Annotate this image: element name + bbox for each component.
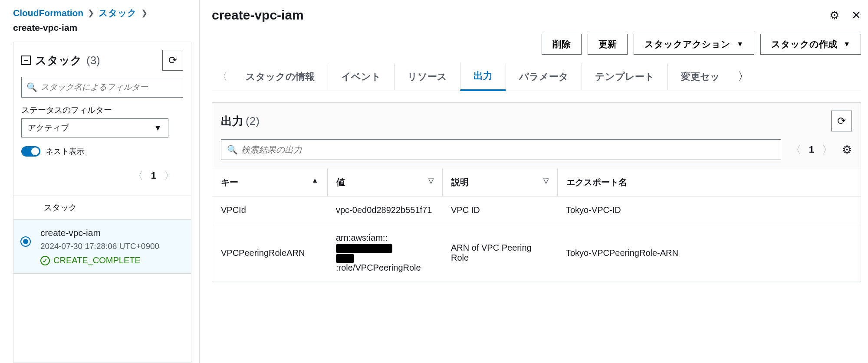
filter-icon: ▽ bbox=[428, 177, 434, 185]
pager-prev[interactable]: 〈 bbox=[791, 143, 801, 157]
tabs: 〈 スタックの情報 イベント リソース 出力 パラメータ テンプレート 変更セッ… bbox=[212, 62, 861, 91]
tab-events[interactable]: イベント bbox=[328, 63, 394, 90]
chevron-right-icon: ❯ bbox=[88, 8, 94, 18]
caret-down-icon: ▼ bbox=[154, 123, 162, 133]
main: create-vpc-iam ⚙ ✕ 削除 更新 スタックアクション▼ スタック… bbox=[200, 0, 868, 363]
col-value[interactable]: 値 ▽ bbox=[327, 169, 442, 196]
stacks-pager: 〈 1 〉 bbox=[21, 157, 183, 190]
tab-stack-info[interactable]: スタックの情報 bbox=[233, 63, 328, 90]
refresh-button[interactable]: ⟳ bbox=[162, 50, 183, 71]
cell-description: VPC ID bbox=[442, 196, 557, 224]
create-stack-button[interactable]: スタックの作成▼ bbox=[760, 34, 861, 55]
col-key[interactable]: キー ▲ bbox=[212, 169, 327, 196]
stack-search-input[interactable] bbox=[21, 77, 183, 98]
gear-icon[interactable]: ⚙ bbox=[842, 143, 852, 157]
table-row: VPCPeeringRoleARN arn:aws:iam:: :role/VP… bbox=[212, 224, 861, 282]
outputs-table: キー ▲ 値 ▽ 説明 ▽ エクスポート名 bbox=[212, 169, 861, 282]
cell-key: VPCPeeringRoleARN bbox=[212, 224, 327, 282]
cell-value: vpc-0ed0d28922b551f71 bbox=[327, 196, 442, 224]
refresh-icon: ⟳ bbox=[837, 115, 846, 127]
nested-toggle[interactable] bbox=[21, 146, 40, 157]
cell-description: ARN of VPC Peering Role bbox=[442, 224, 557, 282]
outputs-title: 出力 bbox=[221, 114, 243, 128]
col-export-name[interactable]: エクスポート名 bbox=[557, 169, 861, 196]
stack-status-text: CREATE_COMPLETE bbox=[53, 255, 141, 265]
breadcrumb-root[interactable]: CloudFormation bbox=[13, 8, 83, 18]
pager-next[interactable]: 〉 bbox=[164, 169, 174, 183]
redacted-block bbox=[336, 254, 354, 263]
stacks-panel: − スタック (3) ⟳ 🔍 ステータスのフィルター アクティブ ▼ bbox=[13, 42, 191, 363]
tab-change-sets[interactable]: 変更セッ bbox=[667, 63, 733, 90]
sidebar: CloudFormation ❯ スタック ❯ create-vpc-iam −… bbox=[0, 0, 200, 363]
redacted-block bbox=[336, 244, 392, 253]
stacks-list-header: スタック bbox=[13, 196, 191, 220]
gear-icon[interactable]: ⚙ bbox=[829, 9, 839, 22]
stack-item[interactable]: create-vpc-iam 2024-07-30 17:28:06 UTC+0… bbox=[13, 220, 191, 274]
status-filter-value: アクティブ bbox=[28, 122, 69, 134]
action-row: 削除 更新 スタックアクション▼ スタックの作成▼ bbox=[212, 23, 868, 62]
caret-down-icon: ▼ bbox=[736, 40, 743, 48]
breadcrumb-current: create-vpc-iam bbox=[13, 23, 191, 33]
status-filter-select[interactable]: アクティブ ▼ bbox=[21, 118, 168, 137]
cell-key: VPCId bbox=[212, 196, 327, 224]
table-row: VPCId vpc-0ed0d28922b551f71 VPC ID Tokyo… bbox=[212, 196, 861, 224]
page-title: create-vpc-iam bbox=[212, 8, 304, 23]
breadcrumb: CloudFormation ❯ スタック ❯ bbox=[13, 7, 191, 19]
stack-item-status: ✓ CREATE_COMPLETE bbox=[40, 255, 159, 265]
cell-export-name: Tokyo-VPCPeeringRole-ARN bbox=[557, 224, 861, 282]
tabs-scroll-right[interactable]: 〉 bbox=[733, 69, 754, 84]
outputs-panel: 出力 (2) ⟳ 🔍 〈 1 〉 ⚙ bbox=[212, 102, 861, 282]
stacks-title: スタック bbox=[35, 53, 82, 68]
tab-template[interactable]: テンプレート bbox=[582, 63, 667, 90]
search-icon: 🔍 bbox=[26, 82, 37, 92]
nested-toggle-label: ネスト表示 bbox=[46, 146, 85, 157]
breadcrumb-stacks[interactable]: スタック bbox=[99, 7, 137, 19]
pager-next[interactable]: 〉 bbox=[822, 143, 832, 157]
pager-page: 1 bbox=[151, 170, 156, 181]
outputs-refresh-button[interactable]: ⟳ bbox=[831, 111, 852, 131]
close-icon[interactable]: ✕ bbox=[852, 9, 861, 22]
caret-down-icon: ▼ bbox=[843, 40, 850, 48]
tab-outputs[interactable]: 出力 bbox=[460, 62, 506, 91]
stack-item-name: create-vpc-iam bbox=[40, 228, 159, 238]
search-icon: 🔍 bbox=[227, 144, 238, 155]
refresh-icon: ⟳ bbox=[168, 54, 177, 66]
update-button[interactable]: 更新 bbox=[588, 34, 628, 55]
radio-selected-icon[interactable] bbox=[20, 236, 31, 247]
cell-value: arn:aws:iam:: :role/VPCPeeringRole bbox=[327, 224, 442, 282]
status-filter-label: ステータスのフィルター bbox=[21, 105, 183, 116]
tab-resources[interactable]: リソース bbox=[394, 63, 460, 90]
delete-button[interactable]: 削除 bbox=[542, 34, 582, 55]
cell-export-name: Tokyo-VPC-ID bbox=[557, 196, 861, 224]
sort-asc-icon: ▲ bbox=[312, 177, 319, 184]
stack-actions-button[interactable]: スタックアクション▼ bbox=[634, 34, 754, 55]
stacks-count: (3) bbox=[86, 54, 100, 67]
pager-page: 1 bbox=[809, 144, 814, 155]
chevron-right-icon: ❯ bbox=[141, 8, 148, 18]
filter-icon: ▽ bbox=[543, 177, 549, 185]
stack-item-date: 2024-07-30 17:28:06 UTC+0900 bbox=[40, 242, 159, 251]
collapse-icon[interactable]: − bbox=[21, 56, 31, 65]
outputs-search-input[interactable] bbox=[221, 139, 781, 160]
pager-prev[interactable]: 〈 bbox=[133, 169, 143, 183]
outputs-pager: 〈 1 〉 bbox=[791, 143, 832, 157]
tabs-scroll-left[interactable]: 〈 bbox=[212, 69, 233, 84]
tab-parameters[interactable]: パラメータ bbox=[506, 63, 582, 90]
outputs-count: (2) bbox=[246, 114, 260, 128]
col-description[interactable]: 説明 ▽ bbox=[442, 169, 557, 196]
check-circle-icon: ✓ bbox=[40, 256, 50, 265]
